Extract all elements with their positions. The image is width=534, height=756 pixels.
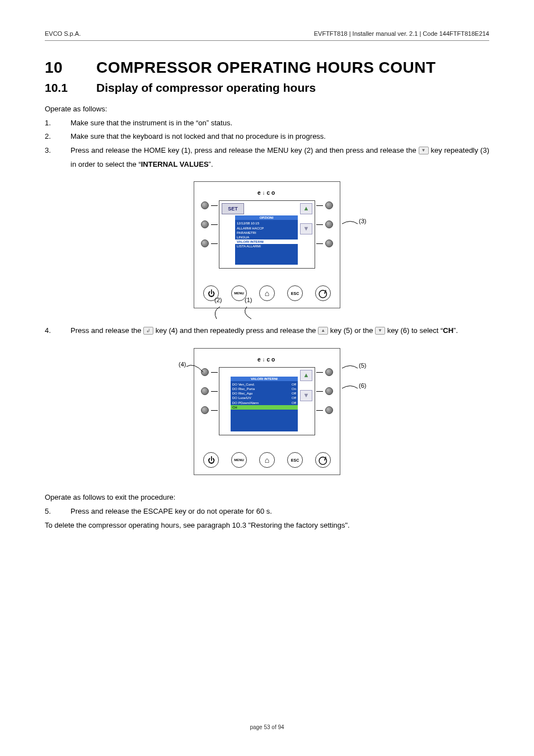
section-number: 10.1: [45, 81, 96, 95]
callout-label: (5): [359, 362, 366, 369]
brand-logo: e↓co: [200, 356, 334, 363]
softkey-dot: [201, 387, 209, 395]
text-fragment: key (4) and then repeatedly press and re…: [153, 326, 318, 335]
step-1: 1. Make sure that the instrument is in t…: [45, 116, 489, 130]
panel-row: DO Risc_PortaOn: [232, 387, 296, 391]
chapter-number: 10: [45, 59, 96, 77]
softkey-dot: [325, 368, 333, 376]
step-number: 2.: [45, 130, 71, 144]
step-number: 3.: [45, 144, 71, 171]
up-key-icon: [318, 327, 328, 335]
panel-title: OPZIONI: [235, 215, 298, 220]
softkey-dot: [325, 240, 333, 247]
screen-up-arrow: [300, 203, 312, 214]
screen-down-arrow: [300, 390, 312, 401]
set-button: SET: [222, 203, 244, 214]
callout-label: (1): [245, 297, 252, 303]
home-button-icon: [259, 285, 275, 301]
softkey-dot: [325, 201, 333, 209]
figure-1: e↓co SET OPZIONI 12/12/08 10:15 ALLARMI …: [45, 181, 489, 308]
text-fragment: Press and release the HOME key (1), pres…: [71, 146, 419, 154]
screen-down-arrow: [300, 223, 312, 234]
softkey-dot: [201, 201, 209, 209]
panel-row: DO Ven_Cond.Off: [232, 382, 296, 387]
step-2: 2. Make sure that the keyboard is not lo…: [45, 130, 489, 144]
text-fragment: key (5) or the: [328, 326, 375, 335]
header-right: EVFTFT818 | Installer manual ver. 2.1 | …: [314, 30, 489, 37]
power-button-icon: [203, 452, 219, 468]
right-softkeys: [315, 367, 334, 414]
right-softkeys: [315, 200, 334, 247]
device-illustration: e↓co VALORI INTERNI DO Ven_Cond.Off DO R…: [194, 348, 340, 475]
intro-text: Operate as follows:: [45, 102, 489, 116]
chapter-heading: 10COMPRESSOR OPERATING HOURS COUNT: [45, 59, 489, 77]
device-illustration: e↓co SET OPZIONI 12/12/08 10:15 ALLARMI …: [194, 181, 340, 308]
text-fragment: Press and release the: [71, 326, 143, 335]
page-header: EVCO S.p.A. EVFTFT818 | Installer manual…: [45, 30, 489, 41]
panel-row-selected: CH: [231, 405, 298, 410]
panel-row: 12/12/08 10:15: [237, 221, 296, 226]
step-text: Press and release the HOME key (1), pres…: [71, 144, 489, 171]
panel-row-selected: VALORI INTERNI: [235, 240, 298, 244]
panel-row: DO PDown/AlarmOff: [232, 401, 296, 405]
softkey-dot: [325, 387, 333, 395]
section-heading: 10.1Display of compressor operating hour…: [45, 81, 489, 95]
panel-row: LISTA ALLARMI: [237, 244, 296, 248]
callout-label: (6): [359, 382, 366, 389]
figure-2: e↓co VALORI INTERNI DO Ven_Cond.Off DO R…: [45, 348, 489, 475]
step-text: Press and release the ESCAPE key or do n…: [71, 505, 489, 519]
softkey-dot: [325, 220, 333, 228]
step-number: 4.: [45, 324, 71, 338]
panel-title: VALORI INTERNI: [231, 377, 298, 381]
section-title: Display of compressor operating hours: [96, 81, 316, 94]
step-text: Press and release the key (4) and then r…: [71, 324, 489, 338]
softkey-dot: [201, 406, 209, 414]
esc-button-icon: ESC: [287, 452, 303, 468]
screen-panel: OPZIONI 12/12/08 10:15 ALLARMI HACCP PAR…: [235, 215, 298, 265]
down-key-icon: [375, 327, 385, 335]
keyword: CH: [443, 326, 453, 335]
step-text: Make sure that the instrument is in the …: [71, 116, 489, 130]
screen-panel: VALORI INTERNI DO Ven_Cond.Off DO Risc_P…: [231, 377, 298, 431]
softkey-dot: [201, 220, 209, 228]
panel-row: ALLARMI HACCP: [237, 226, 296, 231]
page-footer: page 53 of 94: [0, 724, 534, 730]
text-fragment: ”.: [209, 160, 213, 168]
keyword: INTERNAL VALUES: [141, 160, 209, 168]
screen-up-arrow: [300, 370, 312, 381]
header-left: EVCO S.p.A.: [45, 30, 81, 37]
step-3: 3. Press and release the HOME key (1), p…: [45, 144, 489, 171]
panel-row: DO Risc_AgoOff: [232, 391, 296, 396]
softkey-dot: [325, 406, 333, 414]
exit-intro: Operate as follows to exit the procedure…: [45, 491, 489, 505]
text-fragment: ”.: [453, 326, 458, 335]
step-5: 5. Press and release the ESCAPE key or d…: [45, 505, 489, 519]
text-fragment: key (6) to select “: [385, 326, 443, 335]
delete-note: To delete the compressor operating hours…: [45, 519, 489, 533]
hardware-button-row: MENU ESC: [200, 452, 334, 468]
device-screen: SET OPZIONI 12/12/08 10:15 ALLARMI HACCP…: [219, 200, 315, 269]
chapter-title: COMPRESSOR OPERATING HOURS COUNT: [96, 59, 436, 76]
panel-row: PARAMETRI: [237, 231, 296, 235]
onoff-button-icon: [315, 452, 331, 468]
down-key-icon: [419, 147, 429, 154]
callout-label: (4): [179, 361, 186, 368]
step-number: 1.: [45, 116, 71, 130]
brand-logo: e↓co: [200, 190, 334, 196]
enter-key-icon: [143, 327, 153, 335]
device-screen: VALORI INTERNI DO Ven_Cond.Off DO Risc_P…: [219, 367, 315, 435]
esc-button-icon: ESC: [287, 285, 303, 301]
panel-row: LINGUA: [237, 235, 296, 240]
step-text: Make sure that the keyboard is not locke…: [71, 130, 489, 144]
callout-label: (2): [214, 297, 222, 303]
onoff-button-icon: [315, 285, 331, 301]
panel-row: DO Luce/UVOff: [232, 396, 296, 400]
step-number: 5.: [45, 505, 71, 519]
softkey-dot: [201, 240, 209, 247]
step-4: 4. Press and release the key (4) and the…: [45, 324, 489, 338]
left-softkeys: [200, 200, 219, 247]
home-button-icon: [259, 452, 275, 468]
menu-button-icon: MENU: [231, 452, 247, 468]
callout-label: (3): [359, 218, 366, 224]
